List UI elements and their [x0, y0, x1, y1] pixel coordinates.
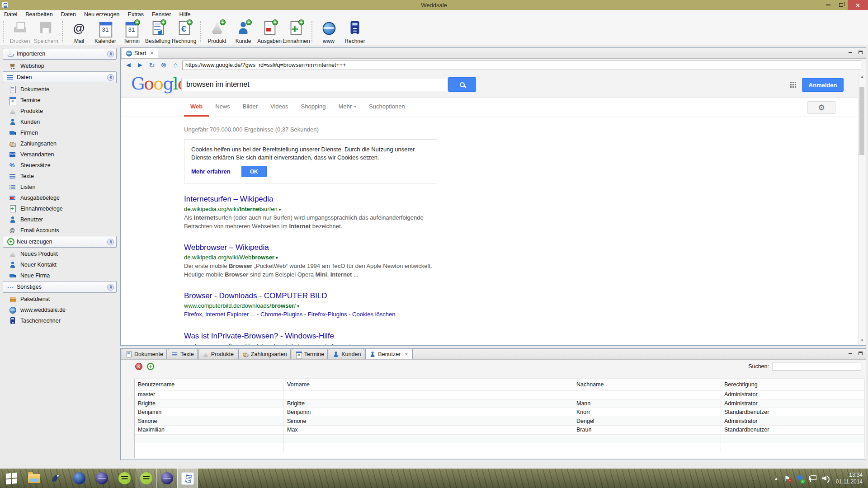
- toolbar-button-rechnung[interactable]: +Rechnung: [171, 19, 197, 44]
- taskbar-app-eclipse-sphere-icon[interactable]: [90, 469, 113, 488]
- flag-icon[interactable]: ⚑: [784, 475, 790, 482]
- add-user-button[interactable]: +: [147, 363, 154, 370]
- signin-button[interactable]: Anmelden: [802, 78, 844, 92]
- table-row[interactable]: masterAdministrator: [135, 390, 864, 399]
- sidebar-item-versandarten[interactable]: Versandarten: [3, 149, 117, 160]
- google-nav-shopping[interactable]: Shopping: [295, 98, 332, 117]
- collapse-chevron-icon[interactable]: ≫: [107, 284, 114, 291]
- toolbar-button-ausgaben[interactable]: +Ausgaben: [256, 19, 283, 44]
- toolbar-button-speichern[interactable]: Speichern: [33, 19, 59, 44]
- stop-icon[interactable]: ⊗: [159, 60, 169, 70]
- bottom-tab-zahlungsarten[interactable]: Zahlungsarten: [238, 349, 291, 359]
- sidebar-item-benutzer[interactable]: Benutzer: [3, 214, 117, 225]
- scroll-up-icon[interactable]: ▲: [859, 73, 865, 80]
- toolbar-button-kalender[interactable]: Kalender: [92, 19, 118, 44]
- sidebar-item-texte[interactable]: Texte: [3, 171, 117, 182]
- google-nav-suchoptionen[interactable]: Suchoptionen: [363, 98, 411, 117]
- column-header-berechtigung[interactable]: Berechtigung: [721, 379, 864, 390]
- google-nav-bilder[interactable]: Bilder: [236, 98, 264, 117]
- result-sitelinks[interactable]: Firefox, Internet Explorer ... - Chrome-…: [184, 310, 442, 319]
- table-row[interactable]: [135, 435, 864, 444]
- menu-hilfe[interactable]: Hilfe: [175, 10, 194, 19]
- result-title[interactable]: Webbrowser – Wikipedia: [184, 243, 442, 252]
- sidebar-item-dokumente[interactable]: Dokumente: [3, 84, 117, 95]
- toolbar-button-produkt[interactable]: +Produkt: [204, 19, 230, 44]
- sidebar-item-email-accounts[interactable]: Email Accounts: [3, 225, 117, 236]
- menu-fenster[interactable]: Fenster: [148, 10, 175, 19]
- cookie-learn-more-link[interactable]: Mehr erfahren: [191, 168, 231, 175]
- result-url[interactable]: www.computerbild.de/downloads/browser/: [184, 302, 442, 309]
- dropbox-icon[interactable]: [796, 475, 803, 482]
- sidebar-item-ausgabebelege[interactable]: Ausgabebelege: [3, 192, 117, 203]
- apps-grid-icon[interactable]: [790, 82, 797, 88]
- collapse-chevron-icon[interactable]: ≫: [107, 74, 114, 81]
- settings-gear-button[interactable]: ⚙: [807, 101, 835, 114]
- start-button[interactable]: [0, 469, 23, 488]
- bottom-tab-benutzer[interactable]: Benutzer×: [365, 348, 413, 359]
- sidebar-item-termine[interactable]: Termine: [3, 95, 117, 106]
- sidebar-item-neuer-kontakt[interactable]: Neuer Kontakt: [3, 259, 117, 270]
- tab-close-icon[interactable]: ×: [149, 50, 155, 56]
- panel-maximize-button[interactable]: [857, 350, 864, 357]
- forward-icon[interactable]: ►: [135, 60, 145, 70]
- refresh-icon[interactable]: ↻: [147, 60, 157, 70]
- result-url[interactable]: de.wikipedia.org/wiki/Webbrowser: [184, 254, 442, 261]
- taskbar-app-weddsale-icon[interactable]: [177, 469, 198, 488]
- taskbar-app-bird-icon[interactable]: [45, 469, 68, 488]
- panel-minimize-button[interactable]: [847, 350, 854, 357]
- panel-minimize-button[interactable]: [847, 49, 854, 56]
- bottom-tab-dokumente[interactable]: Dokumente: [122, 349, 167, 359]
- sidebar-item-paketdienst[interactable]: Paketdienst: [3, 294, 117, 305]
- taskbar-app-blue-sphere-icon[interactable]: [68, 469, 90, 488]
- result-title[interactable]: Internetsurfen – Wikipedia: [184, 194, 442, 204]
- collapse-chevron-icon[interactable]: ≫: [107, 239, 114, 245]
- google-nav-mehr[interactable]: Mehr: [332, 98, 363, 117]
- sidebar-item-neue-firma[interactable]: Neue Firma: [3, 270, 117, 281]
- search-button[interactable]: [448, 77, 476, 92]
- table-row[interactable]: BrigitteBrigitteMannAdministrator: [135, 399, 864, 408]
- result-title[interactable]: Browser - Downloads - COMPUTER BILD: [184, 291, 442, 300]
- bottom-tab-texte[interactable]: Texte: [168, 349, 198, 359]
- table-row[interactable]: [135, 443, 864, 452]
- section-header-sonstiges[interactable]: Sonstiges≫: [3, 281, 117, 293]
- network-icon[interactable]: [809, 475, 816, 481]
- toolbar-button-drucken[interactable]: Drucken: [7, 19, 33, 44]
- result-title[interactable]: Was ist InPrivate-Browsen? - Windows-Hil…: [184, 331, 442, 341]
- table-row[interactable]: BenjaminBenjaminKnorrStandardbenutzer: [135, 408, 864, 417]
- column-header-vorname[interactable]: Vorname: [284, 379, 573, 390]
- taskbar-app-spotify-icon[interactable]: [113, 469, 136, 488]
- delete-user-button[interactable]: ×: [135, 363, 142, 370]
- google-nav-web[interactable]: Web: [184, 98, 209, 117]
- sidebar-item-firmen[interactable]: Firmen: [3, 127, 117, 138]
- tray-overflow-icon[interactable]: ▲: [774, 476, 778, 481]
- panel-maximize-button[interactable]: [857, 49, 864, 56]
- sidebar-item-www-weddsale-de[interactable]: www.weddsale.de: [3, 305, 117, 315]
- toolbar-button-einnahmen[interactable]: +Einnahmen: [283, 19, 309, 44]
- sidebar-item-listen[interactable]: Listen: [3, 182, 117, 192]
- scroll-thumb[interactable]: [859, 87, 864, 155]
- sidebar-item-kunden[interactable]: Kunden: [3, 117, 117, 127]
- sidebar-item-einnahmebelege[interactable]: Einnahmebelege: [3, 203, 117, 214]
- section-header-daten[interactable]: Daten≫: [3, 71, 117, 83]
- toolbar-button-termin[interactable]: +Termin: [118, 19, 145, 44]
- toolbar-button-mail[interactable]: Mail: [66, 19, 92, 44]
- cookie-ok-button[interactable]: OK: [241, 166, 267, 177]
- sidebar-item-neues-produkt[interactable]: Neues Produkt: [3, 249, 117, 259]
- search-input[interactable]: [182, 78, 448, 91]
- column-header-nachname[interactable]: Nachname: [573, 379, 721, 390]
- taskbar-app-spotify-icon[interactable]: [136, 469, 156, 488]
- taskbar-app-folder-icon[interactable]: [23, 469, 45, 488]
- column-header-benutzername[interactable]: Benutzername: [135, 379, 284, 390]
- sidebar-item-produkte[interactable]: Produkte: [3, 106, 117, 117]
- menu-neu-erzeugen[interactable]: Neu erzeugen: [80, 10, 124, 19]
- menu-bearbeiten[interactable]: Bearbeiten: [21, 10, 57, 19]
- tab-close-icon[interactable]: ×: [403, 351, 409, 357]
- back-icon[interactable]: ◄: [123, 60, 133, 70]
- toolbar-button-www[interactable]: www: [316, 19, 342, 44]
- section-header-neu-erzeugen[interactable]: Neu erzeugen≫: [3, 236, 117, 248]
- section-header-importieren[interactable]: Importieren≫: [3, 48, 117, 60]
- taskbar-app-eclipse-sphere-icon[interactable]: [156, 469, 177, 488]
- sidebar-item-steuers-tze[interactable]: Steuersätze: [3, 160, 117, 171]
- menu-extras[interactable]: Extras: [124, 10, 148, 19]
- sidebar-item-taschenrechner[interactable]: Taschenrechner: [3, 315, 117, 326]
